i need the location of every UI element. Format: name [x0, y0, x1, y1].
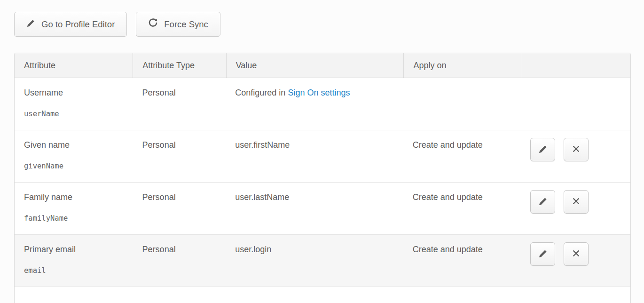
go-to-profile-editor-label: Go to Profile Editor: [41, 19, 115, 30]
attribute-key: userName: [24, 110, 133, 118]
delete-mapping-button[interactable]: [564, 190, 589, 214]
table-row: Primary email email Personal user.login …: [15, 235, 630, 287]
header-apply-on: Apply on: [403, 53, 521, 78]
table-row: Given name givenName Personal user.first…: [15, 130, 630, 183]
row-actions: [521, 78, 630, 130]
attribute-type: Personal: [133, 235, 226, 287]
table-row: Family name familyName Personal user.las…: [15, 183, 630, 235]
apply-on-value: Create and update: [403, 235, 521, 287]
delete-mapping-button[interactable]: [564, 138, 589, 161]
attribute-type: Personal: [133, 78, 226, 130]
edit-mapping-button[interactable]: [530, 190, 555, 214]
attribute-value: user.firstName: [226, 130, 403, 182]
close-icon: [572, 144, 581, 155]
attribute-key: email: [24, 266, 133, 275]
close-icon: [572, 249, 581, 259]
row-actions: [521, 130, 630, 182]
attribute-value: Configured in Sign On settings: [226, 78, 403, 130]
row-actions: [521, 183, 630, 234]
attribute-key: givenName: [24, 162, 133, 170]
attribute-key: familyName: [24, 214, 133, 223]
force-sync-label: Force Sync: [164, 19, 208, 30]
delete-mapping-button[interactable]: [564, 242, 589, 266]
pencil-icon: [538, 197, 548, 207]
attribute-label: Username: [24, 88, 133, 98]
attribute-value: user.lastName: [226, 183, 403, 234]
attribute-type: Personal: [133, 130, 226, 182]
table-header-row: Attribute Attribute Type Value Apply on: [15, 53, 630, 78]
edit-mapping-button[interactable]: [530, 138, 555, 161]
force-sync-button[interactable]: Force Sync: [136, 12, 220, 37]
value-prefix: Configured in: [235, 88, 288, 97]
attribute-mapping-table: Attribute Attribute Type Value Apply on …: [14, 53, 631, 303]
sign-on-settings-link[interactable]: Sign On settings: [288, 88, 350, 97]
row-actions: [521, 235, 630, 287]
toolbar: Go to Profile Editor Force Sync: [0, 0, 644, 37]
table-row-partial: [15, 287, 630, 303]
table-row: Username userName Personal Configured in…: [15, 78, 630, 130]
edit-mapping-button[interactable]: [530, 242, 555, 266]
pencil-icon: [538, 144, 548, 155]
go-to-profile-editor-button[interactable]: Go to Profile Editor: [14, 12, 127, 37]
attribute-value: user.login: [226, 235, 403, 287]
apply-on-value: [403, 78, 521, 130]
header-attribute-type: Attribute Type: [133, 53, 226, 78]
attribute-type: Personal: [133, 183, 226, 234]
refresh-icon: [148, 18, 158, 31]
attribute-label: Primary email: [24, 245, 133, 255]
pencil-icon: [26, 19, 35, 30]
attribute-label: Family name: [24, 192, 133, 202]
header-value: Value: [226, 53, 404, 78]
header-attribute: Attribute: [15, 53, 133, 78]
attribute-label: Given name: [24, 140, 133, 150]
header-actions: [522, 53, 630, 78]
apply-on-value: Create and update: [403, 130, 521, 182]
close-icon: [572, 197, 581, 207]
pencil-icon: [538, 249, 548, 260]
apply-on-value: Create and update: [403, 183, 521, 234]
